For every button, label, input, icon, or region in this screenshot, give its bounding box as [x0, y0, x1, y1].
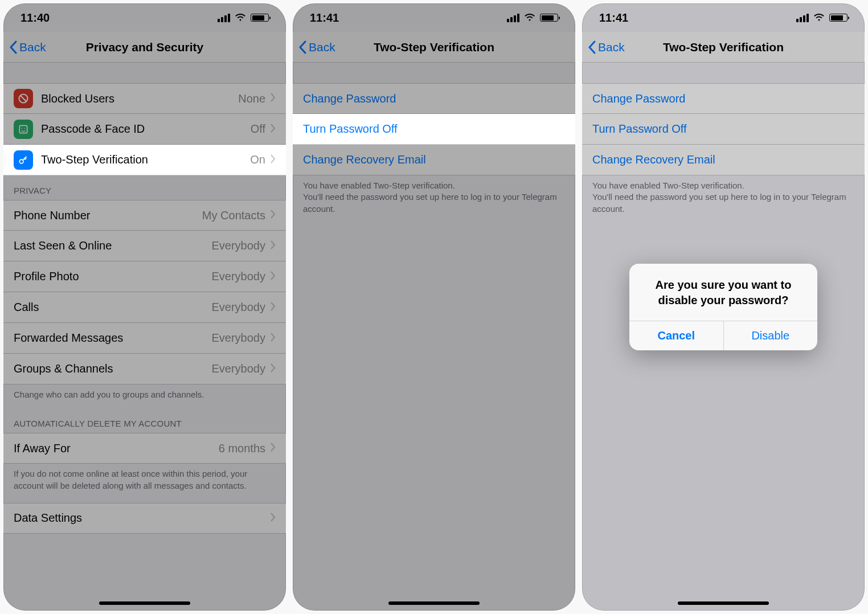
alert-message: Are you sure you want to disable your pa… [629, 264, 817, 321]
alert-cancel-button[interactable]: Cancel [629, 321, 724, 350]
row-label: Forwarded Messages [14, 331, 212, 345]
back-button[interactable]: Back [9, 40, 46, 54]
row-profile-photo[interactable]: Profile Photo Everybody [3, 261, 286, 292]
row-forwarded-messages[interactable]: Forwarded Messages Everybody [3, 323, 286, 354]
row-value: 6 months [219, 442, 265, 455]
svg-point-3 [22, 128, 23, 129]
row-label: Change Recovery Email [303, 153, 565, 166]
key-icon [14, 150, 33, 170]
row-label: Blocked Users [41, 92, 238, 105]
row-value: Everybody [212, 270, 266, 283]
chevron-right-icon [270, 513, 276, 524]
section-header-delete: AUTOMATICALLY DELETE MY ACCOUNT [3, 408, 286, 433]
chevron-right-icon [270, 333, 276, 344]
status-bar: 11:40 [3, 3, 286, 32]
chevron-right-icon [270, 302, 276, 313]
nav-bar: Back Two-Step Verification [293, 32, 575, 63]
row-value: Everybody [212, 301, 266, 314]
home-indicator[interactable] [388, 601, 480, 605]
chevron-right-icon [270, 154, 276, 166]
row-label: Data Settings [14, 511, 270, 525]
row-two-step-verification[interactable]: Two-Step Verification On [3, 145, 286, 175]
nav-bar: Back Privacy and Security [3, 32, 286, 63]
row-groups-channels[interactable]: Groups & Channels Everybody [3, 354, 286, 384]
status-time: 11:40 [21, 11, 50, 24]
chevron-right-icon [270, 240, 276, 252]
row-change-password[interactable]: Change Password [293, 83, 575, 114]
row-turn-password-off[interactable]: Turn Password Off [293, 114, 575, 145]
row-passcode-faceid[interactable]: Passcode & Face ID Off [3, 114, 286, 145]
row-last-seen[interactable]: Last Seen & Online Everybody [3, 231, 286, 261]
row-blocked-users[interactable]: Blocked Users None [3, 83, 286, 114]
battery-icon [251, 14, 269, 22]
row-value: Everybody [212, 331, 266, 345]
svg-line-1 [21, 96, 26, 101]
home-indicator[interactable] [99, 601, 190, 605]
status-bar: 11:41 [293, 3, 575, 32]
row-label: Turn Password Off [303, 122, 565, 136]
screen-two-step-confirm: 11:41 Back Two-Step Verification Change … [582, 3, 865, 611]
alert-disable-button[interactable]: Disable [724, 321, 818, 350]
blocked-icon [14, 89, 33, 108]
row-value: On [250, 153, 265, 166]
battery-icon [540, 14, 558, 22]
section-footer-privacy: Change who can add you to groups and cha… [3, 384, 286, 408]
home-indicator[interactable] [678, 601, 769, 605]
faceid-icon [14, 120, 33, 139]
row-if-away-for[interactable]: If Away For 6 months [3, 433, 286, 464]
chevron-right-icon [270, 93, 276, 104]
row-value: My Contacts [202, 209, 265, 222]
settings-list[interactable]: Blocked Users None Passcode & Face ID Of… [3, 63, 286, 534]
settings-list[interactable]: Change Password Turn Password Off Change… [293, 63, 575, 223]
section-footer: You have enabled Two-Step verification. … [293, 175, 575, 223]
screen-privacy-security: 11:40 Back Privacy and Security Blocked … [3, 3, 286, 611]
alert-overlay: Are you sure you want to disable your pa… [582, 3, 865, 611]
confirm-dialog: Are you sure you want to disable your pa… [629, 264, 817, 350]
back-button[interactable]: Back [298, 40, 335, 54]
chevron-right-icon [270, 210, 276, 221]
row-data-settings[interactable]: Data Settings [3, 503, 286, 534]
row-label: Change Password [303, 92, 565, 105]
section-header-privacy: PRIVACY [3, 175, 286, 200]
svg-point-4 [24, 128, 26, 129]
cell-signal-icon [507, 14, 519, 22]
row-label: Calls [14, 301, 212, 314]
row-change-recovery-email[interactable]: Change Recovery Email [293, 145, 575, 175]
row-label: If Away For [14, 442, 219, 455]
row-label: Two-Step Verification [41, 153, 250, 166]
section-footer-delete: If you do not come online at least once … [3, 464, 286, 500]
cell-signal-icon [218, 14, 230, 22]
wifi-icon [235, 11, 246, 24]
screen-two-step-verification: 11:41 Back Two-Step Verification Change … [293, 3, 575, 611]
row-value: None [238, 92, 265, 105]
row-phone-number[interactable]: Phone Number My Contacts [3, 200, 286, 231]
chevron-right-icon [270, 124, 276, 135]
row-label: Profile Photo [14, 270, 212, 283]
row-value: Everybody [212, 239, 266, 252]
chevron-right-icon [270, 271, 276, 283]
status-time: 11:41 [310, 11, 339, 24]
row-value: Off [251, 122, 265, 136]
svg-rect-2 [19, 125, 27, 133]
chevron-right-icon [270, 363, 276, 375]
chevron-right-icon [270, 443, 276, 454]
row-label: Passcode & Face ID [41, 122, 251, 136]
row-label: Last Seen & Online [14, 239, 212, 252]
row-label: Phone Number [14, 209, 202, 222]
back-label: Back [19, 40, 46, 54]
row-label: Groups & Channels [14, 362, 212, 375]
row-value: Everybody [212, 362, 266, 375]
back-label: Back [309, 40, 335, 54]
wifi-icon [524, 11, 535, 24]
row-calls[interactable]: Calls Everybody [3, 292, 286, 323]
